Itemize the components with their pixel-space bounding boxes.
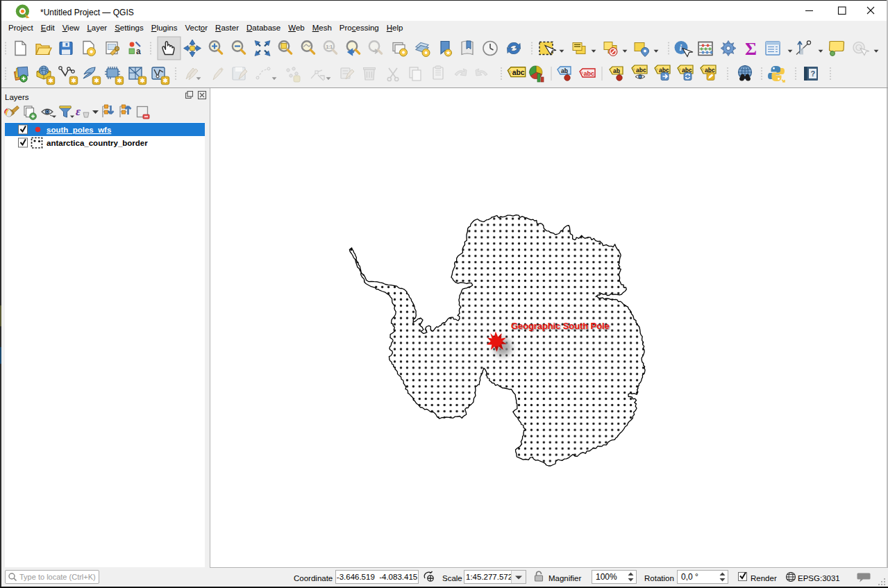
svg-text:?: ?	[811, 69, 816, 78]
svg-text:a: a	[136, 47, 141, 56]
svg-text:south_poles_wfs: south_poles_wfs	[47, 126, 111, 134]
svg-text:1:1: 1:1	[326, 44, 333, 49]
svg-text:Σ: Σ	[745, 39, 757, 59]
svg-text:i: i	[680, 42, 682, 53]
svg-text:ε: ε	[76, 105, 81, 118]
svg-text:Geographic South Pole: Geographic South Pole	[511, 321, 610, 331]
svg-text:abc: abc	[584, 70, 595, 77]
svg-text:antarctica_country_border: antarctica_country_border	[47, 139, 148, 147]
svg-text:abc: abc	[512, 69, 525, 76]
